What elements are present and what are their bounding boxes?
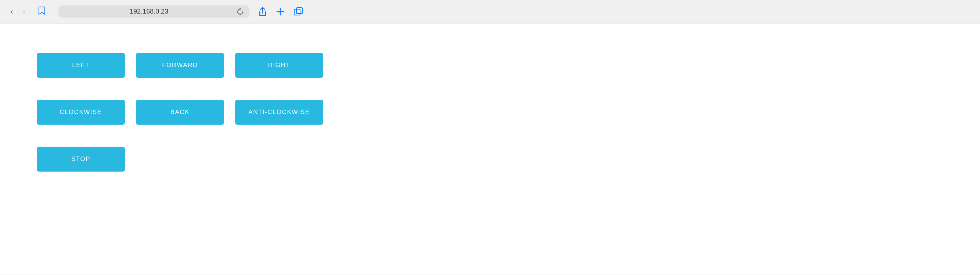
left-button[interactable]: LEFT xyxy=(37,53,125,78)
page-content: LEFT FORWARD RIGHT CLOCKWISE BACK ANTI-C… xyxy=(0,24,980,201)
browser-chrome: ‹ › xyxy=(0,0,980,24)
address-bar[interactable] xyxy=(64,8,234,16)
nav-buttons: ‹ › xyxy=(7,5,28,18)
tabs-button[interactable] xyxy=(293,7,303,16)
button-row-3: STOP xyxy=(37,147,125,172)
share-button[interactable] xyxy=(258,6,267,17)
svg-rect-4 xyxy=(296,8,302,14)
bookmarks-button[interactable] xyxy=(34,5,49,19)
stop-button[interactable]: STOP xyxy=(37,147,125,172)
right-button[interactable]: RIGHT xyxy=(235,53,323,78)
new-tab-button[interactable] xyxy=(276,7,285,16)
anti-clockwise-button[interactable]: ANTI-CLOCKWISE xyxy=(235,100,323,125)
button-row-1: LEFT FORWARD RIGHT xyxy=(37,53,323,78)
clockwise-button[interactable]: CLOCKWISE xyxy=(37,100,125,125)
forward-nav-button[interactable]: › xyxy=(19,5,28,18)
back-button[interactable]: BACK xyxy=(136,100,224,125)
back-nav-button[interactable]: ‹ xyxy=(7,5,16,18)
forward-button[interactable]: FORWARD xyxy=(136,53,224,78)
toolbar-actions xyxy=(258,6,303,17)
reload-button[interactable] xyxy=(237,8,243,15)
svg-rect-3 xyxy=(294,9,300,15)
address-bar-container xyxy=(59,5,250,17)
button-row-2: CLOCKWISE BACK ANTI-CLOCKWISE xyxy=(37,100,323,125)
